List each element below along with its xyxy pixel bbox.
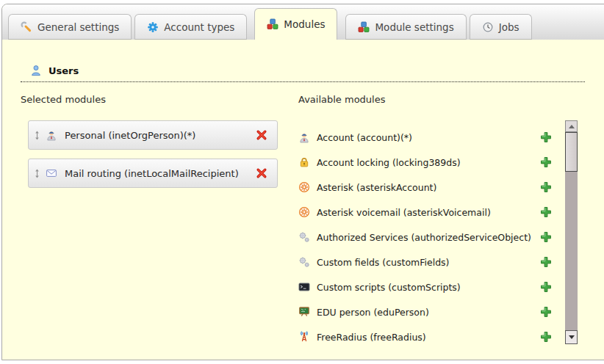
- asterisk-icon: [298, 206, 310, 218]
- delete-x-icon: [256, 167, 267, 179]
- tab-jobs[interactable]: Jobs: [470, 14, 532, 40]
- asterisk-icon: [298, 181, 310, 193]
- add-module-button[interactable]: [540, 331, 552, 343]
- module-label: Account locking (locking389ds): [317, 157, 461, 168]
- remove-module-button[interactable]: [256, 167, 267, 179]
- triangle-up-icon: [569, 125, 575, 128]
- module-label: EDU person (eduPerson): [317, 307, 429, 318]
- add-plus-icon: [540, 331, 552, 343]
- available-modules-column: Available modules Account (account)(*): [281, 94, 591, 349]
- triangle-down-icon: [569, 335, 575, 339]
- antenna-icon: [298, 331, 310, 343]
- module-label: Personal (inetOrgPerson)(*): [65, 130, 195, 141]
- available-modules-area: Account (account)(*) Account: [298, 125, 591, 349]
- module-label: Account (account)(*): [317, 132, 412, 143]
- scrollbar-track[interactable]: [565, 172, 578, 330]
- available-module-row: Custom fields (customFields): [298, 250, 552, 274]
- gears-icon: [298, 256, 310, 268]
- modules-cubes-icon: [358, 21, 370, 33]
- available-module-row: Account (account)(*): [298, 125, 552, 150]
- delete-x-icon: [256, 129, 267, 141]
- tab-modules[interactable]: Modules: [254, 8, 337, 40]
- selected-modules-column: Selected modules Personal (inetOrgPerson…: [21, 94, 281, 349]
- scrollbar-thumb[interactable]: [565, 132, 578, 172]
- mail-icon: [46, 167, 57, 179]
- scrollbar-down-button[interactable]: [565, 330, 578, 344]
- module-label: Asterisk (asteriskAccount): [317, 182, 436, 193]
- users-section-heading: Users: [21, 65, 585, 82]
- add-plus-icon: [540, 231, 552, 243]
- gears-icon: [298, 231, 310, 243]
- add-plus-icon: [540, 131, 552, 143]
- remove-module-button[interactable]: [256, 129, 267, 141]
- add-module-button[interactable]: [540, 131, 552, 143]
- scrollbar-up-button[interactable]: [565, 120, 578, 132]
- settings-window: General settings Account types Modules M…: [1, 4, 604, 360]
- terminal-icon: [298, 281, 310, 293]
- add-plus-icon: [540, 206, 552, 218]
- add-module-button[interactable]: [540, 306, 552, 318]
- tab-label: Modules: [284, 18, 325, 30]
- add-module-button[interactable]: [540, 156, 552, 168]
- person-icon: [46, 129, 57, 141]
- selected-module-row: Personal (inetOrgPerson)(*): [28, 120, 278, 150]
- modules-columns: Selected modules Personal (inetOrgPerson…: [21, 94, 591, 349]
- available-module-row: Asterisk voicemail (asteriskVoicemail): [298, 200, 552, 225]
- tab-account-types[interactable]: Account types: [134, 14, 247, 40]
- add-plus-icon: [540, 181, 552, 193]
- add-plus-icon: [540, 281, 552, 293]
- available-module-row: EDU person (eduPerson): [298, 299, 552, 324]
- available-module-row: Account locking (locking389ds): [298, 150, 552, 175]
- add-module-button[interactable]: [540, 181, 552, 193]
- add-module-button[interactable]: [540, 231, 552, 243]
- tab-label: Jobs: [499, 21, 519, 33]
- tab-label: Account types: [164, 21, 234, 33]
- wrench-icon: [21, 21, 32, 33]
- available-modules-scrollbar[interactable]: [565, 120, 578, 344]
- available-modules-list: Account (account)(*) Account: [298, 125, 552, 349]
- module-label: Authorized Services (authorizedServiceOb…: [317, 232, 531, 243]
- add-plus-icon: [540, 256, 552, 268]
- clock-icon: [482, 21, 494, 33]
- module-label: Mail routing (inetLocalMailRecipient): [65, 168, 239, 179]
- available-modules-header: Available modules: [298, 94, 591, 106]
- section-title: Users: [48, 65, 79, 76]
- available-module-row: Authorized Services (authorizedServiceOb…: [298, 225, 552, 250]
- add-plus-icon: [540, 306, 552, 318]
- chalkboard-icon: [298, 306, 310, 318]
- tab-label: General settings: [37, 21, 119, 33]
- tab-module-settings[interactable]: Module settings: [345, 14, 466, 40]
- add-module-button[interactable]: [540, 281, 552, 293]
- tab-bar: General settings Account types Modules M…: [2, 4, 604, 40]
- tab-label: Module settings: [375, 21, 453, 33]
- add-plus-icon: [540, 156, 552, 168]
- available-module-row: Custom scripts (customScripts): [298, 274, 552, 299]
- person-icon: [298, 131, 310, 143]
- tab-general-settings[interactable]: General settings: [8, 14, 132, 40]
- available-module-row: Asterisk (asteriskAccount): [298, 175, 552, 200]
- module-label: Custom scripts (customScripts): [317, 282, 461, 293]
- module-label: FreeRadius (freeRadius): [317, 332, 426, 343]
- modules-cubes-icon: [267, 18, 278, 30]
- available-module-row: FreeRadius (freeRadius): [298, 324, 552, 349]
- gear-badge-icon: [147, 21, 159, 33]
- modules-tab-content: Users Selected modules Personal (inetOrg…: [2, 40, 604, 360]
- module-label: Asterisk voicemail (asteriskVoicemail): [317, 207, 491, 218]
- selected-modules-header: Selected modules: [21, 94, 281, 106]
- selected-module-row: Mail routing (inetLocalMailRecipient): [28, 159, 278, 188]
- drag-handle-icon[interactable]: [33, 130, 41, 141]
- drag-handle-icon[interactable]: [33, 168, 41, 179]
- module-label: Custom fields (customFields): [317, 257, 449, 268]
- add-module-button[interactable]: [540, 256, 552, 268]
- users-icon: [30, 65, 42, 76]
- selected-modules-list: Personal (inetOrgPerson)(*): [28, 120, 281, 188]
- lock-icon: [298, 156, 310, 168]
- add-module-button[interactable]: [540, 206, 552, 218]
